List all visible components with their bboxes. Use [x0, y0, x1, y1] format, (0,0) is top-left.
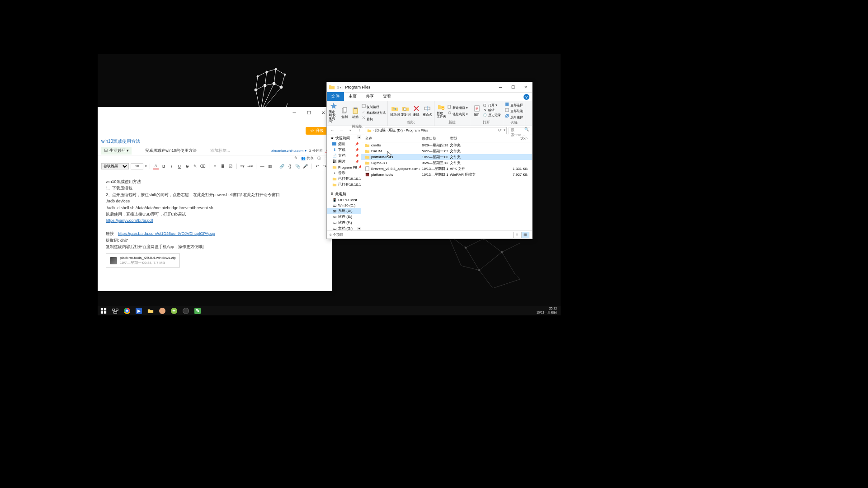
taskbar-app-orange[interactable] — [156, 306, 168, 315]
task-view-button[interactable] — [109, 306, 121, 315]
newitem-button[interactable]: 新建项目 ▾ — [447, 104, 468, 110]
search-input[interactable]: 搜索"Pro… — [509, 127, 530, 134]
number-list-button[interactable]: ≣ — [220, 163, 226, 169]
cut-button[interactable]: 剪切 — [361, 116, 386, 121]
audio-button[interactable]: 🎤 — [302, 163, 308, 169]
highlight-button[interactable]: ✎ — [192, 163, 198, 169]
view-icons-button[interactable]: ▦ — [521, 232, 529, 238]
table-row[interactable]: platform-tools10/13—星期日 17…WinRAR 压缩文…7,… — [361, 172, 532, 178]
pin-quick-access-button[interactable]: 固定到"快速访问" — [329, 102, 339, 123]
maximize-button[interactable]: ☐ — [507, 82, 519, 92]
header-share-icon[interactable]: 👥 共享 — [301, 156, 314, 161]
taskbar-notes[interactable]: ✎ — [192, 306, 203, 315]
table-row[interactable]: Brevent_v3.8.3_apkpure.com.apk10/13—星期日 … — [361, 166, 532, 172]
source-url[interactable]: zhuanlan.zhihu.com ▾ — [271, 149, 306, 153]
add-tag-label[interactable]: 添加标签… — [210, 148, 231, 154]
system-tray[interactable]: 20:32 10/13—星期日 — [536, 307, 561, 314]
font-size-select[interactable] — [131, 163, 143, 169]
explorer-titlebar[interactable]: ▯ ▾ | Program Files ─ ☐ ✕ — [327, 82, 532, 93]
align-button[interactable]: ≡▾ — [240, 163, 245, 169]
copypath-button[interactable]: 复制路径 — [361, 103, 386, 109]
nav-back-button[interactable]: ← — [329, 127, 336, 134]
tab-share[interactable]: 共享 — [361, 92, 378, 101]
history-button[interactable]: 🕘历史记录 — [483, 113, 501, 117]
edit-button[interactable]: ✎编辑 — [483, 108, 501, 113]
col-name[interactable]: 名称 — [361, 136, 420, 141]
nav-snapshot2[interactable]: 已打开19.10.12📌 — [327, 182, 361, 188]
upgrade-button[interactable]: ☆ 升级 — [306, 127, 328, 135]
pastelnk-button[interactable]: 粘贴快捷方式 — [361, 109, 386, 115]
open-button[interactable]: ▢打开 ▾ — [483, 103, 501, 108]
notes-body[interactable]: win10黑减使用方法 1、下载压缩包 2、点开压缩包时，按住shift的同时，… — [98, 171, 332, 291]
minimize-button[interactable]: ─ — [494, 82, 507, 92]
nav-progfiles[interactable]: Program Fil📌 — [327, 164, 361, 170]
body-link[interactable]: https://jianyv.com/br/br.pdf — [106, 218, 153, 223]
bc-thispc[interactable]: 此电脑 — [375, 128, 386, 133]
italic-button[interactable]: I — [169, 163, 175, 169]
view-details-button[interactable]: ≡ — [513, 232, 521, 238]
nav-up-button[interactable]: ↑ — [356, 127, 363, 134]
properties-button[interactable]: 属性 — [472, 104, 482, 116]
delete-button[interactable]: 删除 — [411, 104, 421, 116]
nav-desktop[interactable]: 桌面📌 — [327, 141, 361, 147]
attach-button[interactable]: 📎 — [295, 163, 301, 169]
newfolder-button[interactable]: 新建 文件夹 — [436, 103, 446, 118]
bc-drive[interactable]: 系统 (D:) — [388, 128, 403, 133]
nav-f-drive[interactable]: 🖴软件 (F:) — [327, 220, 361, 225]
nav-quick-access[interactable]: ★快速访问 — [327, 135, 361, 141]
body-link[interactable]: https://pan.baidu.com/s/1D26uu_tVOJVDhcp… — [118, 231, 215, 236]
taskbar-explorer[interactable] — [145, 306, 156, 315]
nav-downloads[interactable]: ⬇下载📌 — [327, 147, 361, 153]
address-drop-icon[interactable]: ▾ — [504, 128, 505, 132]
nav-g-drive[interactable]: 🖴文档 (G:) — [327, 225, 361, 230]
nav-scroll-up[interactable]: ▴ — [357, 135, 361, 139]
nav-d-drive[interactable]: 🖴系统 (D:) — [327, 208, 361, 214]
nav-documents[interactable]: 📄文档📌 — [327, 153, 361, 159]
tab-home[interactable]: 主页 — [344, 92, 361, 101]
tab-file[interactable]: 文件 — [327, 92, 344, 101]
col-date[interactable]: 修改日期 — [420, 136, 448, 141]
nav-forward-button[interactable]: → — [338, 127, 345, 134]
nav-c-drive[interactable]: 🖴Win10 (C:) — [327, 202, 361, 208]
taskbar-ps[interactable]: ▶ — [133, 306, 145, 315]
minimize-button[interactable]: ─ — [288, 108, 300, 117]
select-none-button[interactable]: 全部取消 — [505, 108, 523, 113]
note-title[interactable]: win10黑减使用方法 — [98, 136, 332, 146]
clear-format-button[interactable]: ⌫ — [200, 163, 206, 169]
table-row[interactable]: Sigma-RT9/25—星期三 12…文件夹 — [361, 160, 532, 166]
nav-oppo[interactable]: 📱OPPO R9st — [327, 197, 361, 202]
code-button[interactable]: {} — [287, 163, 292, 169]
paste-button[interactable]: 粘贴 — [350, 107, 360, 118]
font-color-button[interactable]: A — [153, 163, 159, 169]
select-invert-button[interactable]: 反向选择 — [505, 114, 523, 119]
rename-button[interactable]: 重命名 — [422, 104, 432, 116]
list-header[interactable]: 名称 修改日期 类型 大小 — [361, 135, 532, 142]
taskbar-chrome[interactable] — [121, 306, 133, 315]
bullet-list-button[interactable]: ≡ — [212, 163, 218, 169]
nav-music[interactable]: ♪音乐 — [327, 170, 361, 176]
close-button[interactable]: ✕ — [519, 82, 532, 92]
taskbar-app-dark[interactable] — [180, 306, 192, 315]
tab-view[interactable]: 查看 — [378, 92, 396, 101]
undo-button[interactable]: ↶ — [314, 163, 320, 169]
strike-button[interactable]: S — [184, 163, 190, 169]
hr-button[interactable]: — — [259, 163, 265, 169]
attachment-card[interactable]: platform-tools_r29.0.4-windows.zip 10/7—… — [106, 253, 180, 267]
moveto-button[interactable]: 移动到 — [390, 104, 400, 116]
start-button[interactable] — [98, 306, 109, 315]
bold-button[interactable]: B — [160, 163, 166, 169]
nav-pictures[interactable]: 🖼图片📌 — [327, 159, 361, 164]
header-note-icon[interactable]: ✎ — [294, 156, 297, 161]
refresh-button[interactable]: ⟳ — [498, 128, 502, 132]
nav-scroll-down[interactable]: ▾ — [357, 227, 361, 230]
col-type[interactable]: 类型 — [448, 136, 476, 141]
indent-button[interactable]: ⇥▾ — [247, 163, 253, 169]
tab-life[interactable]: 日 生活妙巧 ▾ — [101, 147, 132, 155]
nav-thispc[interactable]: 🖥此电脑 — [327, 191, 361, 197]
maximize-button[interactable]: ☐ — [303, 108, 315, 117]
copy-button[interactable]: 复制 — [340, 107, 349, 118]
select-all-button[interactable]: 全部选择 — [505, 102, 523, 107]
copyto-button[interactable]: 复制到 — [401, 104, 410, 116]
table-row[interactable]: DAUM5/27—星期一 02…文件夹 — [361, 148, 532, 154]
address-bar[interactable]: › 此电脑 › 系统 (D:) › Program Files ⟳ ▾ — [365, 127, 507, 134]
